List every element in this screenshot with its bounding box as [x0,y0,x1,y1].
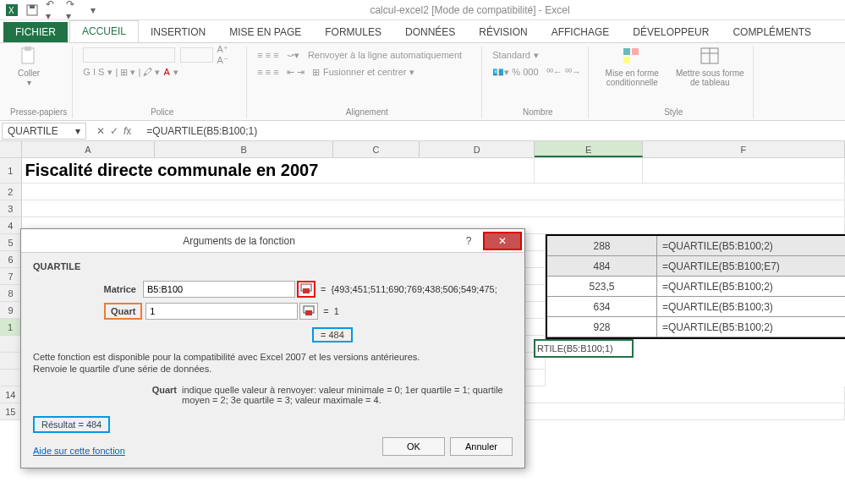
cancel-button[interactable]: Annuler [450,437,513,456]
final-result: Résultat = 484 [33,416,110,433]
cell[interactable]: =QUARTILE(B5:B100;2) [657,317,845,337]
group-clipboard: Coller▾ Presse-papiers [5,47,73,118]
col-header-f[interactable]: F [643,141,845,157]
cell[interactable]: =QUARTILE(B5:B100;2) [657,277,845,297]
merge-center-button[interactable]: Fusionner et centrer [323,67,406,77]
group-label-clipboard: Presse-papiers [10,106,67,117]
wrap-text-button[interactable]: Renvoyer à la ligne automatiquement [308,50,462,60]
dialog-title: Arguments de la fonction [21,235,457,247]
paste-button[interactable]: Coller▾ [10,47,47,87]
cell[interactable]: =QUARTILE(B5:B100;3) [657,297,845,317]
function-arguments-dialog: Arguments de la fonction ? ✕ QUARTILE Ma… [20,228,525,468]
arg-label: Quart [104,303,142,320]
arg-row-matrice: Matrice = {493;451;511;690;769;438;506;5… [33,278,513,300]
dialog-body: QUARTILE Matrice = {493;451;511;690;769;… [21,253,524,412]
row-header[interactable]: 1 [0,158,22,184]
fx-icon[interactable]: fx [123,125,131,137]
tab-formulas[interactable]: FORMULES [313,22,393,42]
row-header[interactable]: 4 [0,217,22,234]
help-link[interactable]: Aide sur cette fonction [33,446,125,456]
ok-button[interactable]: OK [382,437,445,456]
range-selector-icon [303,305,315,317]
range-selector-icon [300,283,312,295]
row-header[interactable]: 8 [0,285,22,302]
arg-input-quart[interactable] [145,303,298,320]
range-selector-button[interactable] [299,303,318,320]
select-all-corner[interactable] [0,141,22,157]
row-header[interactable]: 5 [0,234,22,251]
excel-icon[interactable]: X [5,3,19,17]
row-header[interactable]: 3 [0,200,22,217]
row-header[interactable]: 14 [0,386,22,403]
col-header-e[interactable]: E [535,141,642,157]
equals-sign: = [321,284,326,294]
help-icon[interactable]: ? [457,235,480,247]
ribbon-tabs: FICHIER ACCUEIL INSERTION MISE EN PAGE F… [0,20,845,42]
cell[interactable]: =QUARTILE(B5:B100;2) [657,236,845,256]
group-styles: Mise en forme conditionnelle Mettre sous… [594,47,754,118]
quartile-table: 288=QUARTILE(B5:B100;2) 484=QUARTILE(B5:… [546,234,845,339]
group-label-font: Police [83,106,241,117]
row-header[interactable]: 9 [0,302,22,319]
tab-view[interactable]: AFFICHAGE [540,22,622,42]
svg-rect-3 [30,5,35,8]
tab-developer[interactable]: DÉVELOPPEUR [621,22,721,42]
undo-icon[interactable]: ↶ ▾ [46,3,59,17]
row-header[interactable] [0,370,22,386]
close-button[interactable]: ✕ [483,232,522,250]
tab-data[interactable]: DONNÉES [393,22,467,42]
active-cell-editing[interactable]: RTILE(B5:B100;1) [534,339,634,358]
cell[interactable] [22,200,846,217]
dialog-titlebar[interactable]: Arguments de la fonction ? ✕ [21,229,524,253]
col-header-a[interactable]: A [22,141,156,157]
formula-bar: QUARTILE▾ ✕ ✓ fx =QUARTILE(B5:B100;1) [0,121,845,141]
format-as-table-button[interactable]: Mettre sous forme de tableau [672,47,748,87]
row-header[interactable] [0,353,22,370]
tab-review[interactable]: RÉVISION [467,22,539,42]
row-header[interactable]: 2 [0,184,22,200]
arg-result: {493;451;511;690;769;438;506;549;475; [331,284,497,294]
tab-pagelayout[interactable]: MISE EN PAGE [217,22,313,42]
row-header[interactable]: 15 [0,403,22,420]
sheet-title[interactable]: Fiscalité directe communale en 2007 [22,158,535,184]
qat-dropdown-icon[interactable]: ▾ [86,3,100,17]
cell[interactable] [22,184,846,200]
save-icon[interactable] [25,3,39,17]
tab-file[interactable]: FICHIER [3,22,68,42]
row-header[interactable]: 7 [0,268,22,285]
font-style-buttons[interactable]: G I S [83,67,104,77]
col-header-b[interactable]: B [155,141,333,157]
cancel-icon[interactable]: ✕ [96,125,105,137]
paste-label: Coller [18,68,40,78]
number-format-dropdown[interactable]: Standard [492,50,530,60]
cell[interactable]: 523,5 [547,277,657,297]
row-header[interactable]: 1 [0,319,22,336]
conditional-formatting-button[interactable]: Mise en forme conditionnelle [599,47,665,87]
cell[interactable]: 288 [547,236,657,256]
range-selector-button[interactable] [297,281,316,298]
enter-icon[interactable]: ✓ [110,125,118,137]
tab-home[interactable]: ACCUEIL [69,20,139,42]
svg-rect-15 [305,310,312,315]
row-header[interactable] [0,336,22,353]
col-header-d[interactable]: D [420,141,535,157]
row-header[interactable]: 6 [0,251,22,268]
name-box[interactable]: QUARTILE▾ [2,123,86,140]
group-label-number: Nombre [492,106,583,117]
cell[interactable] [643,158,845,184]
arg-input-matrice[interactable] [143,281,295,298]
cell[interactable]: 634 [547,297,657,317]
function-name: QUARTILE [33,261,513,271]
close-icon: ✕ [498,235,507,247]
formula-input[interactable]: =QUARTILE(B5:B100;1) [140,125,845,137]
cell[interactable] [535,158,643,184]
col-header-c[interactable]: C [333,141,420,157]
tab-insert[interactable]: INSERTION [139,22,217,42]
tab-addins[interactable]: COMPLÉMENTS [721,22,823,42]
cell[interactable]: 928 [547,317,657,337]
chevron-down-icon[interactable]: ▾ [75,125,80,137]
equals-sign: = [323,306,328,316]
redo-icon[interactable]: ↷ ▾ [66,3,80,17]
cell[interactable]: =QUARTILE(B5:B100;E7) [657,256,845,277]
cell[interactable]: 484 [547,256,657,277]
